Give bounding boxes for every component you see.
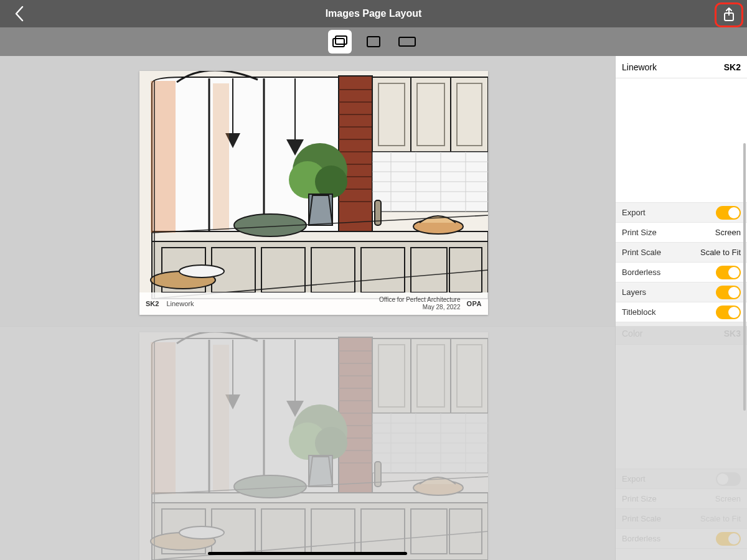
page-office: Office for Perfect Architecture bbox=[379, 296, 460, 304]
titleblock: SK2 Linework Office for Perfect Architec… bbox=[139, 292, 488, 315]
layout-single-button[interactable] bbox=[362, 30, 385, 54]
section-header-sk3[interactable]: Color SK3 bbox=[616, 322, 747, 345]
setting-label: Print Scale bbox=[622, 514, 661, 523]
setting-label: Export bbox=[622, 474, 646, 483]
setting-label: Print Scale bbox=[622, 248, 661, 257]
sidebar-section-sk2: Linework SK2 Export Print Size Screen Pr… bbox=[616, 56, 747, 322]
setting-print-size[interactable]: Print Size Screen bbox=[616, 223, 747, 243]
page-name: Linework bbox=[166, 300, 194, 307]
setting-export[interactable]: Export bbox=[616, 203, 747, 223]
toggle-on-icon[interactable] bbox=[716, 286, 741, 299]
page-title: Images Page Layout bbox=[326, 8, 422, 19]
section-settings: Export Print Size Screen Print Scale Sca… bbox=[616, 469, 747, 549]
scrollbar-thumb[interactable] bbox=[743, 143, 746, 411]
setting-titleblock[interactable]: Titleblock bbox=[616, 302, 747, 322]
toggle-on-icon[interactable] bbox=[716, 206, 741, 220]
page-logo: OPA bbox=[466, 300, 482, 307]
setting-label: Titleblock bbox=[622, 307, 655, 317]
section-thumbnail[interactable] bbox=[616, 345, 747, 469]
stack-icon bbox=[332, 35, 348, 49]
section-title: Linework bbox=[622, 62, 657, 72]
setting-layers[interactable]: Layers bbox=[616, 282, 747, 302]
setting-label: Print Size bbox=[622, 228, 657, 237]
page-date: May 28, 2022 bbox=[379, 304, 460, 311]
section-title: Color bbox=[622, 329, 642, 338]
section-header-sk2[interactable]: Linework SK2 bbox=[616, 56, 747, 78]
page-meta: Office for Perfect Architecture May 28, … bbox=[379, 296, 460, 311]
svg-rect-58 bbox=[336, 36, 347, 44]
setting-label: Print Size bbox=[622, 494, 657, 503]
share-button[interactable] bbox=[720, 6, 738, 24]
canvas-divider bbox=[0, 326, 615, 327]
setting-print-scale[interactable]: Print Scale Scale to Fit bbox=[616, 509, 747, 529]
layout-toolbar bbox=[0, 27, 747, 56]
page-artwork bbox=[139, 71, 488, 315]
canvas-column: SK2 Linework Office for Perfect Architec… bbox=[0, 56, 615, 560]
back-button[interactable] bbox=[7, 0, 31, 27]
share-highlight bbox=[715, 2, 743, 27]
section-settings: Export Print Size Screen Print Scale Sca… bbox=[616, 203, 747, 322]
setting-borderless[interactable]: Borderless bbox=[616, 529, 747, 549]
layout-stack-button[interactable] bbox=[328, 30, 352, 54]
main-area: SK2 Linework Office for Perfect Architec… bbox=[0, 56, 747, 560]
svg-rect-59 bbox=[367, 37, 380, 47]
setting-export[interactable]: Export bbox=[616, 469, 747, 489]
setting-value: Scale to Fit bbox=[700, 514, 741, 523]
section-code: SK3 bbox=[724, 329, 741, 338]
home-indicator bbox=[208, 552, 407, 555]
section-code: SK2 bbox=[724, 62, 741, 72]
setting-value: Screen bbox=[715, 228, 741, 237]
setting-label: Layers bbox=[622, 287, 646, 297]
page-code: SK2 bbox=[146, 300, 159, 307]
landscape-icon bbox=[398, 36, 416, 47]
sidebar: Linework SK2 Export Print Size Screen Pr… bbox=[615, 56, 747, 560]
toggle-on-icon[interactable] bbox=[716, 266, 741, 279]
chevron-left-icon bbox=[14, 5, 25, 22]
setting-value: Screen bbox=[715, 494, 741, 503]
setting-label: Borderless bbox=[622, 534, 660, 543]
svg-rect-60 bbox=[399, 37, 415, 46]
navbar: Images Page Layout bbox=[0, 0, 747, 27]
page-card-sk3[interactable] bbox=[139, 332, 488, 560]
setting-print-scale[interactable]: Print Scale Scale to Fit bbox=[616, 243, 747, 263]
toggle-on-icon[interactable] bbox=[716, 532, 741, 546]
layout-landscape-button[interactable] bbox=[395, 30, 419, 54]
section-thumbnail[interactable] bbox=[616, 78, 747, 203]
setting-print-size[interactable]: Print Size Screen bbox=[616, 489, 747, 509]
toggle-on-icon[interactable] bbox=[716, 306, 741, 319]
sidebar-section-sk3: Color SK3 Export Print Size Screen Print… bbox=[616, 322, 747, 549]
setting-label: Export bbox=[622, 208, 646, 217]
setting-label: Borderless bbox=[622, 268, 660, 277]
single-icon bbox=[366, 35, 381, 48]
setting-value: Scale to Fit bbox=[700, 248, 741, 257]
page-card-sk2[interactable]: SK2 Linework Office for Perfect Architec… bbox=[139, 71, 488, 315]
share-icon bbox=[722, 7, 736, 22]
page-artwork bbox=[139, 332, 488, 560]
toggle-off-icon[interactable] bbox=[716, 472, 741, 486]
svg-rect-57 bbox=[333, 39, 344, 47]
setting-borderless[interactable]: Borderless bbox=[616, 263, 747, 282]
